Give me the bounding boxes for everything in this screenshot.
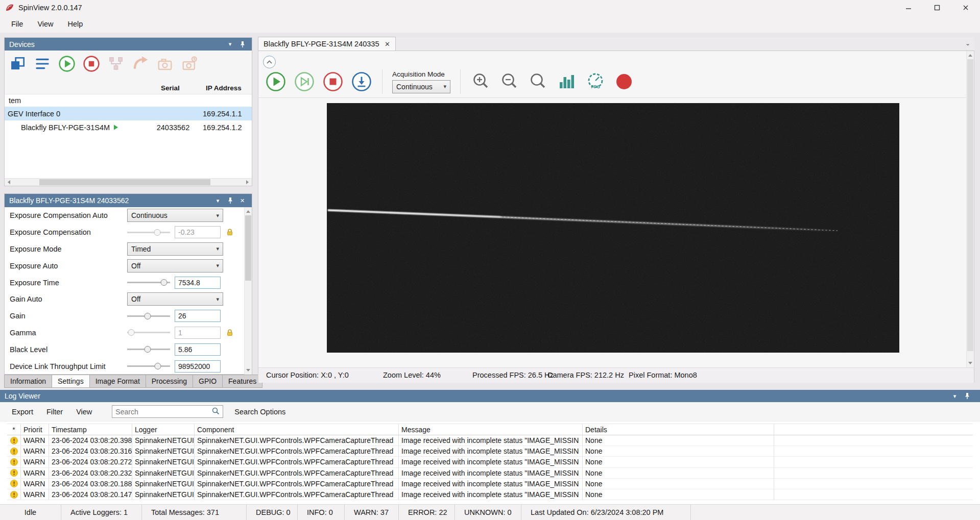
scrollbar-thumb[interactable] [967,59,973,351]
maximize-icon[interactable] [923,0,951,15]
log-row[interactable]: WARN 23-06-2024 03:08:20.147 SpinnakerNE… [7,489,973,500]
black-level-slider[interactable] [127,345,170,353]
col-icon[interactable]: * [7,424,21,435]
chevron-down-icon: ▾ [216,212,219,219]
viewer-tab[interactable]: Blackfly BFLY-PGE-31S4M 24033562 ✕ [258,37,396,51]
pin-icon[interactable] [237,40,247,48]
stop-button[interactable] [322,71,344,92]
settings-vertical-scrollbar[interactable] [244,207,252,375]
chevron-down-icon: ▾ [216,262,219,269]
menu-file[interactable]: File [4,15,30,33]
tab-settings[interactable]: Settings [52,375,89,388]
window-controls [894,0,980,15]
zoom-reset-button[interactable] [528,71,549,92]
col-priority[interactable]: Priorit [21,424,49,435]
warning-icon [7,489,21,500]
zoom-out-button[interactable] [499,71,520,92]
scroll-right-icon[interactable] [244,179,252,186]
scroll-up-icon[interactable] [245,207,252,215]
window-title: SpinView 2.0.0.147 [18,4,82,12]
exposure-time-slider[interactable] [127,279,170,286]
gain-input[interactable] [175,310,221,322]
collapse-toolbar-icon[interactable] [263,56,276,68]
log-menu-export[interactable]: Export [5,408,40,416]
camera-image[interactable] [327,103,899,353]
device-row-blackfly[interactable]: Blackfly BFLY-PGE-31S4M 24033562 169.254… [5,120,252,134]
viewer-vertical-scrollbar[interactable] [966,51,974,367]
log-viewer-header: Log Viewer ▾ [0,390,980,402]
gain-slider[interactable] [127,312,170,320]
log-row[interactable]: WARN 23-06-2024 03:08:20.272 SpinnakerNE… [7,457,973,467]
device-name: Blackfly BFLY-PGE-31S4M [21,123,110,132]
fps-gauge-button[interactable]: FPS [585,71,606,92]
menu-help[interactable]: Help [61,15,90,33]
image-viewer: Blackfly BFLY-PGE-31S4M 24033562 ✕ ⌄ [258,37,974,383]
pin-icon[interactable] [225,196,235,205]
scrollbar-thumb[interactable] [245,215,251,281]
black-level-input[interactable] [175,343,221,356]
scrollbar-thumb[interactable] [39,179,210,185]
tab-gpio[interactable]: GPIO [193,375,222,388]
exposure-compensation-auto-dropdown[interactable]: Continuous ▾ [127,209,223,222]
stop-acquisition-icon[interactable] [81,54,102,74]
col-timestamp[interactable]: Timestamp [49,424,132,435]
refresh-devices-icon[interactable] [8,54,28,74]
exposure-time-input[interactable] [175,277,221,289]
scroll-down-icon[interactable] [967,360,974,367]
exposure-mode-dropdown[interactable]: Timed ▾ [127,242,223,256]
devices-horizontal-scrollbar[interactable] [5,178,252,186]
log-row[interactable]: WARN 23-06-2024 03:08:20.232 SpinnakerNE… [7,468,973,479]
tab-information[interactable]: Information [4,375,52,388]
setting-row: Exposure Compensation [5,224,244,241]
log-row[interactable]: WARN 23-06-2024 03:08:20.316 SpinnakerNE… [7,446,973,457]
device-link-throughput-slider[interactable] [127,362,170,370]
pin-icon[interactable] [962,392,972,401]
col-message[interactable]: Message [399,424,583,435]
play-single-frame-button[interactable] [294,71,315,92]
start-acquisition-icon[interactable] [57,54,77,74]
record-button[interactable] [613,71,635,92]
log-row[interactable]: WARN 23-06-2024 03:08:20.398 SpinnakerNE… [7,435,973,446]
close-panel-icon[interactable]: ✕ [237,196,247,205]
play-button[interactable] [265,71,286,92]
acquisition-mode-group: Acquisition Mode Continuous ▾ [392,70,450,93]
panel-menu-chevron-icon[interactable]: ▾ [213,196,223,205]
panel-menu-chevron-icon[interactable]: ▾ [225,40,235,48]
zoom-in-button[interactable] [470,71,492,92]
device-link-throughput-input[interactable] [175,360,221,373]
warning-icon [7,468,21,478]
log-menu-view[interactable]: View [69,408,99,416]
close-window-icon[interactable] [951,0,980,15]
scroll-left-icon[interactable] [5,179,13,186]
log-menu-filter[interactable]: Filter [40,408,69,416]
search-options-button[interactable]: Search Options [234,408,285,416]
statusbar: Idle Active Loggers: 1 Total Messages: 3… [0,504,980,520]
scroll-down-icon[interactable] [245,367,252,375]
close-tab-icon[interactable]: ✕ [385,40,390,48]
devices-toolbar: Serial IP Address [5,51,252,94]
camera-config-icon [155,54,175,74]
log-row[interactable]: WARN 23-06-2024 03:08:20.188 SpinnakerNE… [7,479,973,489]
col-details[interactable]: Details [583,424,774,435]
col-component[interactable]: Component [195,424,399,435]
log-search-box[interactable] [112,405,223,418]
tab-image-format[interactable]: Image Format [89,375,146,388]
device-row-gev-interface[interactable]: GEV Interface 0 169.254.1.1 [5,107,252,120]
col-logger[interactable]: Logger [132,424,195,435]
save-image-button[interactable] [351,71,372,92]
search-icon[interactable] [212,407,220,416]
tab-processing[interactable]: Processing [146,375,193,388]
tab-list-chevron-icon[interactable]: ⌄ [965,40,970,47]
scroll-up-icon[interactable] [967,51,974,59]
device-list-icon[interactable] [32,54,53,74]
topology-icon [106,54,126,74]
gain-auto-dropdown[interactable]: Off ▾ [127,292,223,306]
exposure-auto-dropdown[interactable]: Off ▾ [127,259,223,273]
histogram-button[interactable] [556,71,578,92]
panel-menu-chevron-icon[interactable]: ▾ [950,392,960,401]
tab-features[interactable]: Features [222,375,262,388]
minimize-icon[interactable] [894,0,923,15]
acquisition-mode-dropdown[interactable]: Continuous ▾ [392,80,450,93]
menu-view[interactable]: View [30,15,60,33]
search-input[interactable] [115,408,212,416]
